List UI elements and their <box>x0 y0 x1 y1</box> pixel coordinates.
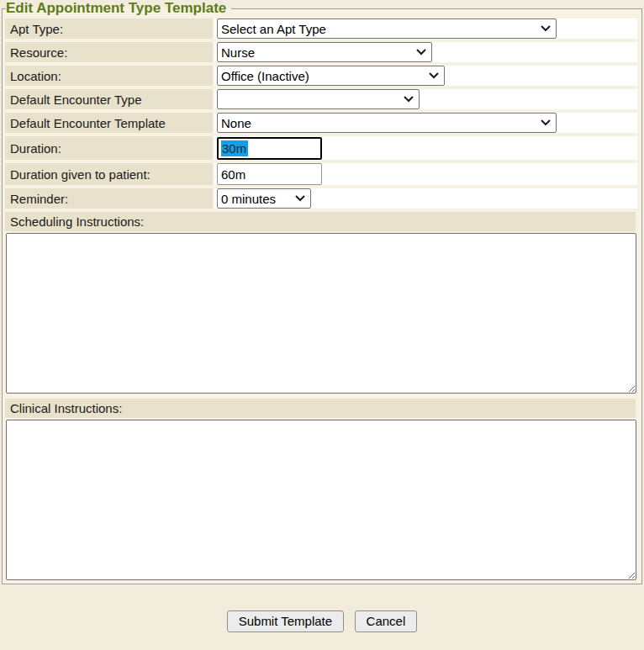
resource-label: Resource: <box>5 42 213 62</box>
form-row-reminder: Reminder: 0 minutes <box>5 188 637 209</box>
reminder-field-cell: 0 minutes <box>214 188 637 209</box>
location-label: Location: <box>5 66 213 86</box>
duration-field-cell: 30m <box>214 136 637 160</box>
default-encounter-type-select[interactable] <box>217 89 420 109</box>
apt-type-field-cell: Select an Apt Type <box>214 18 637 39</box>
duration-given-label: Duration given to patient: <box>5 163 213 185</box>
default-encounter-type-field-cell <box>214 89 637 109</box>
form-row-duration: Duration: 30m <box>5 136 637 160</box>
duration-given-input[interactable] <box>217 163 322 185</box>
duration-given-field-cell <box>214 163 637 185</box>
default-encounter-template-select[interactable]: None <box>217 113 557 133</box>
form-button-bar: Submit Template Cancel <box>0 584 644 632</box>
default-encounter-type-label: Default Encounter Type <box>5 89 213 109</box>
form-row-apt-type: Apt Type: Select an Apt Type <box>5 18 637 39</box>
cancel-button[interactable]: Cancel <box>355 610 418 632</box>
duration-selected-text: 30m <box>221 140 248 156</box>
location-select[interactable]: Office (Inactive) <box>217 66 445 86</box>
duration-label: Duration: <box>5 136 213 160</box>
apt-type-label: Apt Type: <box>5 18 213 39</box>
edit-appointment-type-template-panel: Edit Appointment Type Template Apt Type:… <box>2 0 642 584</box>
form-row-default-encounter-template: Default Encounter Template None <box>5 113 637 133</box>
reminder-select[interactable]: 0 minutes <box>217 188 311 209</box>
reminder-label: Reminder: <box>5 188 213 209</box>
clinical-instructions-label: Clinical Instructions: <box>5 399 636 418</box>
scheduling-instructions-label: Scheduling Instructions: <box>5 212 636 231</box>
page-title: Edit Appointment Type Template <box>6 0 231 17</box>
default-encounter-template-field-cell: None <box>214 113 637 133</box>
default-encounter-template-label: Default Encounter Template <box>5 113 213 133</box>
submit-template-button[interactable]: Submit Template <box>227 610 344 632</box>
form-row-location: Location: Office (Inactive) <box>5 66 637 86</box>
form-row-duration-given: Duration given to patient: <box>5 163 637 185</box>
resource-select[interactable]: Nurse <box>217 42 432 62</box>
duration-input[interactable]: 30m <box>217 137 322 160</box>
scheduling-instructions-textarea[interactable] <box>6 233 636 394</box>
apt-type-select[interactable]: Select an Apt Type <box>217 18 557 39</box>
form-row-resource: Resource: Nurse <box>5 42 637 62</box>
form-row-default-encounter-type: Default Encounter Type <box>5 89 637 109</box>
clinical-instructions-textarea[interactable] <box>6 420 636 580</box>
resource-field-cell: Nurse <box>214 42 637 62</box>
location-field-cell: Office (Inactive) <box>214 66 637 86</box>
